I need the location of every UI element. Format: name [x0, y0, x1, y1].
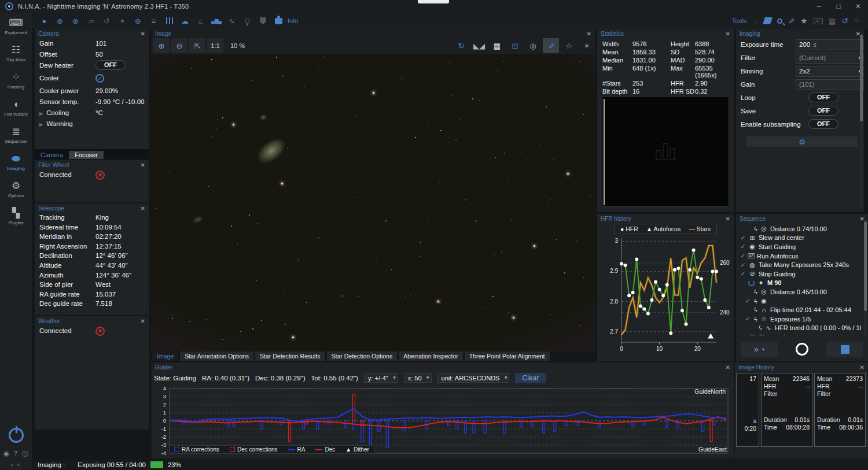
image-tab-star-detection-options[interactable]: Star Detection Options	[326, 351, 398, 361]
sequence-item[interactable]: ✓⊘Stop Guiding	[738, 269, 861, 279]
platesolve-tool-icon[interactable]: ⁘	[854, 17, 860, 25]
stretch-wand-icon[interactable]: ✎	[543, 38, 559, 53]
sequence-item[interactable]: ϟ◎Distance 0.74/10.00	[738, 224, 861, 234]
sequence-item[interactable]: ✓ϟ◉	[738, 297, 861, 306]
help-icon[interactable]: ?	[14, 450, 17, 458]
camera-icon[interactable]: ●	[36, 17, 52, 25]
diffraction-spikes-icon[interactable]: ✶	[579, 38, 595, 53]
dew-heater-toggle[interactable]: OFF	[95, 60, 126, 70]
filter-wheel-panel-close-icon[interactable]: ✕	[141, 162, 145, 168]
sequence-item[interactable]: ✓⊞Slew and center	[738, 234, 861, 243]
switch-icon[interactable]: ≡	[146, 17, 161, 25]
sidebar-item-sky-atlas[interactable]: ☷Sky Atlas	[0, 40, 32, 67]
telescope-panel-close-icon[interactable]: ✕	[141, 205, 145, 212]
guider-unit-dropdown[interactable]: unit: ARCSECONDS	[437, 373, 510, 383]
image-tab-three-point-polar-alignment[interactable]: Three Point Polar Alignment	[464, 351, 550, 361]
zoom-fit-icon[interactable]: ⇱	[189, 38, 205, 53]
image-tab-star-detection-results[interactable]: Star Detection Results	[255, 351, 325, 361]
history-card[interactable]: Mean22346HFR--FilterDuration0.01sTime08:…	[761, 373, 812, 447]
plugin-icon[interactable]	[271, 18, 286, 24]
imaging-scrollbar[interactable]	[860, 34, 863, 207]
history-card[interactable]: Mean22373HFR--FilterDuration0.01sTime08:…	[814, 373, 866, 447]
capture-snapshot-button[interactable]: ⚙	[746, 136, 858, 147]
refresh-icon[interactable]: ↺	[99, 17, 115, 25]
guider-yscale-dropdown[interactable]: y: +/-4"	[364, 373, 398, 383]
weather-icon[interactable]: ☁	[177, 17, 193, 25]
sidebar-item-plugins[interactable]: ▚Plugins	[0, 203, 32, 230]
binning-dropdown[interactable]: 2x2▾	[796, 66, 864, 77]
eye-icon[interactable]: ◉	[3, 450, 9, 458]
sequence-item[interactable]: ϟ◎Distance 0.45/10.00	[738, 287, 861, 297]
image-history-panel-close-icon[interactable]: ✕	[860, 364, 865, 371]
filter-dropdown[interactable]: (Current)▾	[796, 53, 864, 64]
exposure-time-input[interactable]: 200s	[796, 39, 864, 50]
guider-clear-button[interactable]: Clear	[515, 373, 546, 383]
focuser-icon[interactable]: ⊚	[52, 17, 68, 25]
sequence-item[interactable]: ✓◍Take Many Exposures 25x 240s	[738, 260, 861, 269]
grid-tool-icon[interactable]: ▦	[829, 17, 836, 25]
hfr-history-icon[interactable]: ∿	[224, 17, 240, 25]
statistics-icon[interactable]: ▃▆▄	[208, 18, 224, 24]
sidebar-item-sequencer[interactable]: ≣Sequencer	[0, 121, 32, 149]
image-tab-image[interactable]: Image	[152, 351, 179, 361]
history-card-partial[interactable]: 17s0:20	[736, 373, 759, 447]
layers-tool-icon[interactable]	[763, 17, 773, 24]
save-toggle[interactable]: OFF	[808, 106, 838, 116]
maximize-button[interactable]: □	[829, 0, 848, 13]
sidebar-collapse-button[interactable]: < <	[10, 462, 21, 468]
wand-tool-icon[interactable]: ✎	[787, 18, 796, 24]
rotate-image-icon[interactable]: ↻	[453, 38, 469, 53]
filter-wheel-icon[interactable]: ⊛	[68, 17, 83, 25]
sequence-item[interactable]: ✓◉Start Guiding	[738, 242, 861, 251]
zoom-tool-icon[interactable]	[777, 18, 782, 24]
light-bulb-icon[interactable]	[240, 18, 255, 24]
weather-panel-close-icon[interactable]: ✕	[141, 318, 145, 324]
sequence-item[interactable]: ✓ϟ☆Exposures 1/5	[738, 314, 861, 324]
sequence-stop-button[interactable]	[826, 342, 863, 357]
sequence-skip-button[interactable]: »▾	[741, 342, 778, 357]
image-canvas[interactable]	[152, 54, 595, 351]
zoom-one-to-one-button[interactable]: 1:1	[207, 38, 223, 53]
hfr-history-panel-close-icon[interactable]: ✕	[726, 216, 730, 222]
sidebar-item-equipment[interactable]: ⌨Equipment	[0, 13, 32, 40]
minimize-button[interactable]: –	[809, 0, 829, 13]
cooler-on-icon[interactable]: ✓	[95, 74, 104, 83]
safety-monitor-icon[interactable]	[255, 17, 271, 25]
flip-image-icon[interactable]: ◣◢	[471, 38, 487, 53]
guider-icon[interactable]: ⊕	[130, 17, 146, 25]
star-tool-icon[interactable]: ★	[800, 16, 808, 25]
pixel-grid-icon[interactable]: ▦	[489, 38, 505, 53]
power-button[interactable]	[9, 428, 24, 443]
sequence-item[interactable]: ϟ∿HFR trend 0.00 | 0.00 - 0% / 10%	[738, 324, 861, 333]
sequence-item[interactable]: ✓AFRun Autofocus	[738, 251, 861, 261]
autofocus-tool-icon[interactable]: AF	[814, 18, 823, 24]
tab-focuser[interactable]: Focuser	[69, 151, 104, 159]
image-panel-close-icon[interactable]: ✕	[587, 31, 591, 37]
star-detection-grid-icon[interactable]: ⊡	[507, 38, 523, 53]
crosshair-icon[interactable]: ◎	[525, 38, 541, 53]
flat-device-icon[interactable]	[161, 17, 177, 24]
image-tab-star-annotation-options[interactable]: Star Annotation Options	[179, 351, 254, 361]
info-label[interactable]: Info	[288, 17, 298, 24]
annotate-tool-icon[interactable]: ◌	[753, 17, 758, 25]
imaging-gain-input[interactable]: (101)	[796, 79, 864, 90]
subsampling-toggle[interactable]: OFF	[808, 119, 838, 129]
sidebar-item-options[interactable]: ⚙Options	[0, 176, 32, 203]
sequence-item[interactable]: ⌖M 90	[738, 279, 861, 288]
sequence-item[interactable]: ϟ∩Flip time 02:01:44 - 02:05:44	[738, 305, 861, 314]
zoom-in-icon[interactable]: ⊕	[153, 38, 170, 53]
warming-expander[interactable]: ▶Warming	[35, 119, 149, 129]
sequence-scrollbar[interactable]	[864, 220, 867, 335]
star-annotation-icon[interactable]: ☆	[561, 38, 577, 53]
cooling-expander[interactable]: ▶Cooling	[35, 108, 149, 119]
statistics-panel-close-icon[interactable]: ✕	[726, 31, 730, 37]
telescope-icon[interactable]: ✦	[115, 17, 130, 25]
tab-camera[interactable]: Camera	[35, 151, 69, 159]
camera-panel-close-icon[interactable]: ✕	[141, 31, 145, 37]
sequence-cancel-button[interactable]	[784, 341, 821, 358]
sidebar-item-framing[interactable]: ⁘Framing	[0, 67, 32, 94]
rotator-icon[interactable]: ▱	[83, 17, 99, 25]
history-tool-icon[interactable]: ↺	[841, 16, 848, 25]
close-button[interactable]: ✕	[848, 0, 868, 13]
image-tab-aberration-inspector[interactable]: Aberration Inspector	[398, 351, 464, 361]
